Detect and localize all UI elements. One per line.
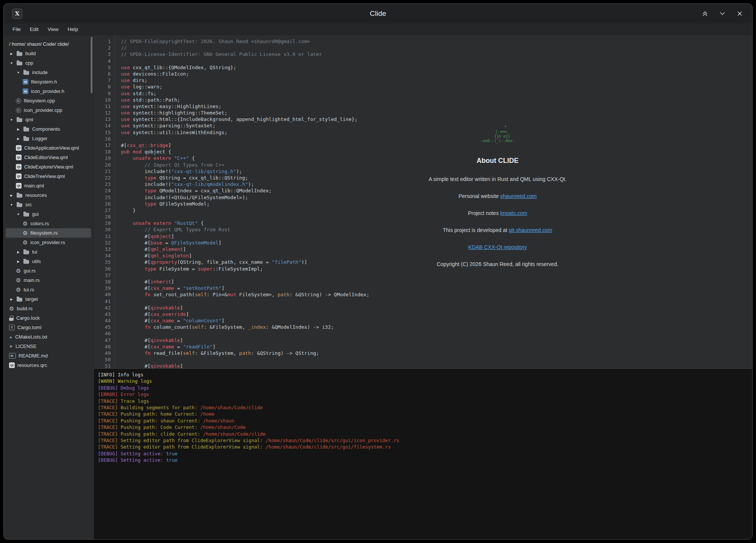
tree-item-icon-provider-h[interactable]: Hicon_provider.h: [6, 87, 91, 96]
tree-item-label: Logger: [32, 136, 47, 141]
external-link[interactable]: KDAB CXX-Qt repository: [468, 244, 527, 250]
tree-item-build-rs[interactable]: ⚙build.rs: [6, 304, 91, 313]
chevron-right-icon[interactable]: ▶: [16, 137, 21, 141]
tree-item-clideapplicationview-qml[interactable]: QtClideApplicationView.qml: [6, 143, 91, 153]
chevron-right-icon[interactable]: ▶: [16, 260, 21, 263]
line-number: 3: [93, 51, 111, 57]
chevron-right-icon[interactable]: ▶: [16, 250, 21, 254]
tree-item-colors-rs[interactable]: ⚙colors.rs: [6, 219, 91, 228]
tree-item-target[interactable]: ▶target: [6, 294, 91, 304]
unshade-button[interactable]: [718, 9, 727, 18]
markdown-file-icon: M↓: [9, 353, 16, 359]
tree-item-qml[interactable]: ▼qml: [6, 115, 91, 124]
header-file-icon: H: [23, 88, 28, 94]
tree-item-main-rs[interactable]: ⚙main.rs: [6, 275, 91, 285]
code-line: // SPDX-License-Identifier: GNU General …: [121, 51, 752, 57]
tree-item-label: filesystem.cpp: [24, 98, 55, 104]
external-link[interactable]: knoats.com: [500, 210, 527, 216]
chevron-right-icon[interactable]: ▶: [16, 127, 21, 131]
chevron-down-icon[interactable]: ▼: [16, 212, 21, 216]
tree-item-cmakelists-txt[interactable]: ▲CMakeLists.txt: [6, 332, 91, 342]
tree-item-clideexplorerview-qml[interactable]: QtClideExplorerView.qml: [6, 162, 91, 172]
code-line: #[cxx_override]: [121, 311, 752, 317]
about-line: Copyright (C) 2026 Shaun Reed, all right…: [437, 261, 558, 267]
line-number: 13: [93, 116, 111, 122]
tree-item-cargo-toml[interactable]: TCargo.toml: [6, 323, 91, 332]
log-line: [DEBUG] Debug logs: [98, 385, 748, 391]
line-number: 27: [93, 207, 111, 213]
tree-item-gui[interactable]: ▼gui: [6, 209, 91, 219]
tree-item-tui[interactable]: ▶tui: [6, 247, 91, 257]
tree-item-resources-qrc[interactable]: Qtresources.qrc: [6, 360, 91, 370]
line-number: 6: [93, 71, 111, 77]
license-file-icon: ✶: [9, 344, 13, 349]
chevron-down-icon[interactable]: ▼: [9, 61, 14, 65]
tree-item-icon-provider-rs[interactable]: ⚙icon_provider.rs: [6, 238, 91, 247]
titlebar[interactable]: X Clide: [4, 4, 752, 23]
chevron-down-icon[interactable]: ▼: [9, 118, 14, 122]
line-number: 23: [93, 181, 111, 187]
tree-item-clideeditorview-qml[interactable]: QtClideEditorView.qml: [6, 153, 91, 162]
tree-item-label: icon_provider.h: [31, 88, 64, 94]
tree-item-cargo-lock[interactable]: Cargo.lock: [6, 313, 91, 323]
line-number: 16: [93, 136, 111, 142]
menu-view[interactable]: View: [43, 25, 63, 34]
log-line: [TRACE] Building segments for path: /hom…: [98, 404, 748, 411]
shade-button[interactable]: [701, 9, 709, 18]
folder-icon: [17, 51, 23, 56]
tree-root-path[interactable]: / home/ shaun/ Code/ clide/: [4, 39, 93, 49]
tree-scrollbar[interactable]: [91, 37, 93, 93]
line-number: 21: [93, 168, 111, 175]
chevron-right-icon[interactable]: ▶: [9, 52, 14, 56]
line-number: 9: [93, 90, 111, 97]
tree-item-label: resources: [25, 192, 47, 198]
tree-item-label: README.md: [19, 353, 48, 359]
code-line: fn read_file(self: &FileSystem, path: &Q…: [121, 350, 752, 356]
line-number: 22: [93, 175, 111, 181]
chevron-down-icon[interactable]: ▼: [16, 71, 21, 74]
menu-edit[interactable]: Edit: [26, 25, 43, 34]
tree-item-components[interactable]: ▶Components: [6, 124, 91, 134]
tree-item-label: ClideEditorView.qml: [24, 155, 68, 160]
menu-help[interactable]: Help: [63, 25, 82, 34]
tree-item-icon-provider-cpp[interactable]: Cicon_provider.cpp: [6, 105, 91, 115]
tree-item-logger[interactable]: ▶Logger: [6, 134, 91, 143]
folder-icon: [17, 117, 23, 122]
line-number: 43: [93, 311, 111, 317]
chevron-right-icon[interactable]: ▶: [9, 193, 14, 197]
log-panel[interactable]: [INFO] Info logs[WARN] Warning logs[DEBU…: [93, 368, 752, 539]
tree-item-main-qml[interactable]: Qtmain.qml: [6, 181, 91, 190]
tree-item-utils[interactable]: ▶utils: [6, 257, 91, 266]
qt-file-icon: Qt: [16, 145, 22, 151]
line-number: 37: [93, 272, 111, 278]
tree-item-src[interactable]: ▼src: [6, 200, 91, 209]
close-button[interactable]: [736, 9, 744, 18]
tree-item-resources[interactable]: ▶resources: [6, 190, 91, 200]
tree-item-build[interactable]: ▶build: [6, 49, 91, 58]
log-line: [TRACE] Pushing path: home Current: /hom…: [98, 411, 748, 417]
line-number: 4: [93, 58, 111, 64]
tree-item-label: filesystem.h: [31, 79, 57, 85]
line-number: 19: [93, 155, 111, 161]
tree-item-filesystem-rs[interactable]: ⚙filesystem.rs: [6, 228, 91, 238]
chevron-down-icon[interactable]: ▼: [9, 203, 14, 207]
log-line: [TRACE] Pushing path: clide Current: /ho…: [98, 431, 748, 437]
tree-item-readme-md[interactable]: M↓README.md: [6, 351, 91, 360]
tree-item-cpp[interactable]: ▼cpp: [6, 58, 91, 68]
external-link[interactable]: git.shaunreed.com: [509, 227, 552, 233]
tree-item-filesystem-h[interactable]: Hfilesystem.h: [6, 77, 91, 87]
menu-file[interactable]: File: [8, 25, 25, 34]
tree-item-include[interactable]: ▼include: [6, 68, 91, 77]
code-line: use log::warn;: [121, 84, 752, 90]
line-number: 26: [93, 201, 111, 207]
window-controls: [701, 9, 744, 18]
chevron-right-icon[interactable]: ▶: [9, 297, 14, 301]
line-number: 17: [93, 142, 111, 149]
tree-item-filesystem-cpp[interactable]: Cfilesystem.cpp: [6, 96, 91, 105]
qt-file-icon: Qt: [16, 164, 22, 170]
tree-item-tui-rs[interactable]: ⚙tui.rs: [6, 285, 91, 294]
tree-item-license[interactable]: ✶LICENSE: [6, 342, 91, 351]
external-link[interactable]: shaunreed.com: [500, 193, 537, 199]
tree-item-gui-rs[interactable]: ⚙gui.rs: [6, 266, 91, 275]
tree-item-clidetreeview-qml[interactable]: QtClideTreeView.qml: [6, 172, 91, 181]
